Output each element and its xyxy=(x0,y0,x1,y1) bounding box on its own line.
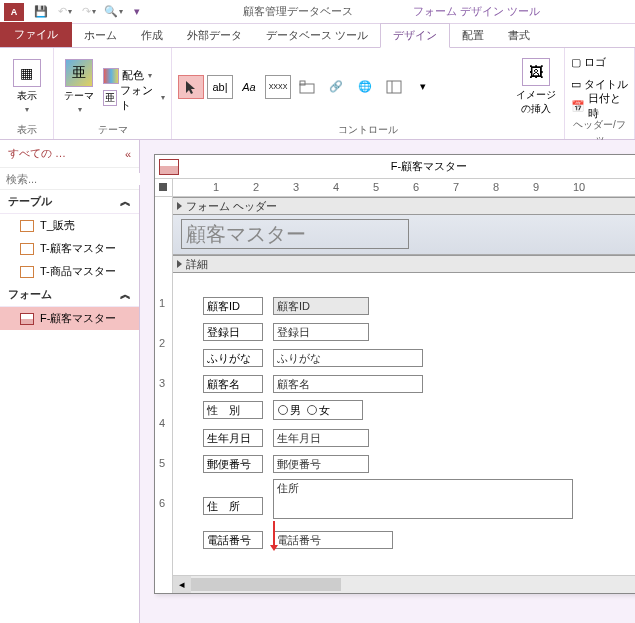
themes-icon: 亜 xyxy=(65,59,93,87)
label-gender[interactable]: 性 別 xyxy=(203,401,263,419)
label-customer-id[interactable]: 顧客ID xyxy=(203,297,263,315)
form-canvas[interactable]: フォーム ヘッダー 顧客マスター 詳細 顧客ID 顧客ID 登録日 登録日 ふり… xyxy=(173,197,635,575)
redo-icon[interactable]: ↷▾ xyxy=(78,1,100,23)
field-address[interactable]: 住所 xyxy=(273,479,573,519)
control-hyperlink[interactable]: 🔗 xyxy=(323,75,349,99)
nav-search: 🔍 xyxy=(0,168,139,190)
label-customer-name[interactable]: 顧客名 xyxy=(203,375,263,393)
nav-header[interactable]: すべての …« xyxy=(0,140,139,168)
view-icon: ▦ xyxy=(13,59,41,87)
undo-icon[interactable]: ↶▾ xyxy=(54,1,76,23)
tab-create[interactable]: 作成 xyxy=(129,24,175,47)
horizontal-ruler[interactable]: 12345678910 xyxy=(173,179,635,197)
navigation-pane: すべての …« 🔍 テーブル︽ T_販売 T-顧客マスター T-商品マスター フ… xyxy=(0,140,140,623)
view-button[interactable]: ▦ 表示 ▾ xyxy=(6,55,47,119)
database-title: 顧客管理データベース xyxy=(243,4,353,19)
control-select[interactable] xyxy=(178,75,204,99)
vertical-ruler[interactable]: 123456 xyxy=(155,197,173,593)
field-kana[interactable]: ふりがな xyxy=(273,349,423,367)
datetime-icon: 📅 xyxy=(571,100,585,113)
title-bar: A 💾 ↶▾ ↷▾ 🔍▾ ▾ 顧客管理データベース フォーム デザイン ツール xyxy=(0,0,635,24)
scrollbar-thumb[interactable] xyxy=(191,578,341,591)
title-icon: ▭ xyxy=(571,78,581,91)
control-navigation[interactable] xyxy=(381,75,407,99)
nav-group-tables[interactable]: テーブル︽ xyxy=(0,190,139,214)
label-address[interactable]: 住 所 xyxy=(203,497,263,515)
field-zip[interactable]: 郵便番号 xyxy=(273,455,369,473)
table-icon xyxy=(20,220,34,232)
form-window-titlebar: F-顧客マスター — ☐ ✕ xyxy=(155,155,635,179)
form-detail-body[interactable]: 顧客ID 顧客ID 登録日 登録日 ふりがな ふりがな 顧客名 顧客名 性 別 … xyxy=(173,273,635,573)
label-kana[interactable]: ふりがな xyxy=(203,349,263,367)
form-window: F-顧客マスター — ☐ ✕ 12345678910 123456 フォーム ヘ… xyxy=(154,154,635,594)
section-arrow-icon xyxy=(177,202,182,210)
themes-button[interactable]: 亜 テーマ ▾ xyxy=(60,55,99,119)
control-tab[interactable] xyxy=(294,75,320,99)
tab-design[interactable]: デザイン xyxy=(380,23,450,48)
form-window-title: F-顧客マスター xyxy=(179,159,635,174)
insert-image-button[interactable]: 🖼 イメージの挿入 xyxy=(514,55,558,119)
control-button[interactable]: XXXX xyxy=(265,75,291,99)
horizontal-scrollbar[interactable]: ◂ ▸ xyxy=(173,575,635,593)
form-icon xyxy=(20,313,34,325)
section-detail[interactable]: 詳細 xyxy=(173,255,635,273)
section-form-header[interactable]: フォーム ヘッダー xyxy=(173,197,635,215)
annotation-arrow-down xyxy=(273,521,275,545)
control-label[interactable]: Aa xyxy=(236,75,262,99)
group-label-themes: テーマ xyxy=(60,121,165,137)
controls-more[interactable]: ▾ xyxy=(410,75,436,99)
fonts-button[interactable]: 亜フォント▾ xyxy=(103,88,165,108)
tab-external-data[interactable]: 外部データ xyxy=(175,24,254,47)
field-gender-group[interactable]: 男 女 xyxy=(273,400,363,420)
collapse-icon: ︽ xyxy=(120,194,131,209)
scroll-left-button[interactable]: ◂ xyxy=(173,576,191,593)
nav-item-table[interactable]: T-商品マスター xyxy=(0,260,139,283)
save-icon[interactable]: 💾 xyxy=(30,1,52,23)
label-phone[interactable]: 電話番号 xyxy=(203,531,263,549)
radio-female[interactable]: 女 xyxy=(307,403,330,418)
tab-format[interactable]: 書式 xyxy=(496,24,542,47)
control-textbox[interactable]: ab| xyxy=(207,75,233,99)
field-reg-date[interactable]: 登録日 xyxy=(273,323,369,341)
svg-rect-2 xyxy=(387,81,401,93)
form-icon xyxy=(159,159,179,175)
field-customer-id[interactable]: 顧客ID xyxy=(273,297,369,315)
field-phone[interactable]: 電話番号 xyxy=(273,531,393,549)
tab-arrange[interactable]: 配置 xyxy=(450,24,496,47)
datetime-button[interactable]: 📅日付と時 xyxy=(571,96,628,116)
form-title-label[interactable]: 顧客マスター xyxy=(181,219,409,249)
nav-item-table[interactable]: T_販売 xyxy=(0,214,139,237)
chevron-left-icon[interactable]: « xyxy=(125,148,131,160)
preview-icon[interactable]: 🔍▾ xyxy=(102,1,124,23)
logo-button[interactable]: ▢ロゴ xyxy=(571,52,628,72)
table-icon xyxy=(20,266,34,278)
nav-item-form[interactable]: F-顧客マスター xyxy=(0,307,139,330)
group-label-controls: コントロール xyxy=(178,121,558,137)
tab-file[interactable]: ファイル xyxy=(0,22,72,47)
search-input[interactable] xyxy=(6,173,144,185)
label-birthdate[interactable]: 生年月日 xyxy=(203,429,263,447)
label-reg-date[interactable]: 登録日 xyxy=(203,323,263,341)
form-header-body[interactable]: 顧客マスター xyxy=(173,215,635,255)
tab-home[interactable]: ホーム xyxy=(72,24,129,47)
radio-male[interactable]: 男 xyxy=(278,403,301,418)
logo-icon: ▢ xyxy=(571,56,581,69)
field-birthdate[interactable]: 生年月日 xyxy=(273,429,369,447)
qat-customize-icon[interactable]: ▾ xyxy=(126,1,148,23)
nav-group-forms[interactable]: フォーム︽ xyxy=(0,283,139,307)
section-arrow-icon xyxy=(177,260,182,268)
quick-access-toolbar: 💾 ↶▾ ↷▾ 🔍▾ ▾ xyxy=(30,1,148,23)
tab-database-tools[interactable]: データベース ツール xyxy=(254,24,380,47)
label-zip[interactable]: 郵便番号 xyxy=(203,455,263,473)
collapse-icon: ︽ xyxy=(120,287,131,302)
field-customer-name[interactable]: 顧客名 xyxy=(273,375,423,393)
ruler-corner[interactable] xyxy=(155,179,173,197)
fonts-icon: 亜 xyxy=(103,90,117,106)
control-webbrowser[interactable]: 🌐 xyxy=(352,75,378,99)
design-workspace: F-顧客マスター — ☐ ✕ 12345678910 123456 フォーム ヘ… xyxy=(140,140,635,623)
form-design-surface[interactable]: 12345678910 123456 フォーム ヘッダー 顧客マスター 詳細 顧… xyxy=(155,179,635,593)
colors-icon xyxy=(103,68,119,84)
ribbon-tabs: ファイル ホーム 作成 外部データ データベース ツール デザイン 配置 書式 xyxy=(0,24,635,48)
nav-item-table[interactable]: T-顧客マスター xyxy=(0,237,139,260)
app-icon: A xyxy=(4,3,24,21)
